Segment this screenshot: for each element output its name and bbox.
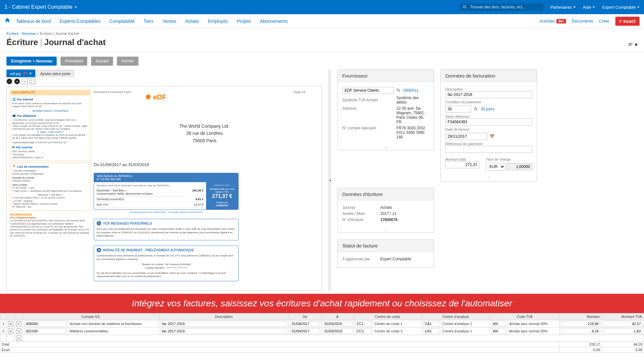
approver-link[interactable]: Expert Comptable: [380, 257, 429, 261]
invoice-messages-box: !VOS MESSAGES PERSONNELS Pour que votre …: [94, 219, 239, 240]
search-input[interactable]: [470, 5, 540, 9]
splitter-handle[interactable]: ◀: [328, 70, 331, 291]
add-row-button[interactable]: +: [16, 336, 21, 341]
invoice-period: Du 01/04/2017 au 31/03/2018: [94, 162, 315, 167]
page-settings-icon[interactable]: ▾: [628, 41, 638, 48]
nav-accounting[interactable]: Comptabilité: [109, 19, 135, 24]
collapse-toggle[interactable]: ⌄: [338, 228, 434, 233]
main-nav: Tableaux de bord Experts-Comptables Comp…: [0, 14, 644, 28]
to-input[interactable]: [323, 321, 352, 327]
description-input[interactable]: [445, 91, 532, 98]
amount-input[interactable]: [561, 328, 600, 334]
cc-input[interactable]: [355, 328, 372, 334]
nav-projects[interactable]: Projets: [237, 19, 251, 24]
fit-width-icon[interactable]: ↔: [22, 79, 28, 84]
document-preview[interactable]: VOS CONTACTS 🌐Par Internet Pour suivre v…: [6, 86, 322, 291]
nav-dashboards[interactable]: Tableaux de bord: [16, 19, 51, 24]
zoom-in-icon[interactable]: +: [14, 79, 20, 84]
doc-toolbar: − + ↔ ⛶: [6, 77, 322, 86]
tva-input[interactable]: [491, 321, 506, 327]
save-button[interactable]: Enregistrer + Nouveau: [6, 57, 57, 66]
promo-banner: Intégrez vos factures, saisissez vos écr…: [0, 294, 644, 313]
prev-button[interactable]: Précédent: [61, 57, 87, 66]
collapse-toggle[interactable]: ⌃: [441, 177, 537, 181]
payment-reference-input[interactable]: [445, 146, 532, 153]
nav-tiers[interactable]: Tiers: [144, 19, 154, 24]
table-row: 2✕+Matières consommablesCentre de coûts …: [0, 328, 644, 335]
panel-title: Données de facturation: [441, 70, 537, 82]
insert-row-button[interactable]: +: [16, 329, 21, 334]
partners-menu[interactable]: Partenaires: [550, 5, 575, 10]
activities-badge: 99+: [556, 19, 566, 23]
nav-create[interactable]: Créer: [599, 19, 610, 23]
insert-row-button[interactable]: +: [16, 321, 21, 326]
panel-title: Statut de facture: [338, 240, 434, 252]
invoice-sidebar: VOS CONTACTS 🌐Par Internet Pour suivre v…: [10, 90, 90, 237]
close-tab-icon[interactable]: ✕: [29, 71, 32, 76]
supplier-name-input[interactable]: [342, 87, 394, 94]
gl-input[interactable]: [24, 328, 67, 334]
nav-documents[interactable]: Documents: [572, 19, 593, 23]
payment-condition-link[interactable]: 30 jours: [481, 107, 495, 111]
chevron-down-icon: [573, 6, 576, 8]
delete-row-button[interactable]: ✕: [8, 321, 13, 326]
topbar: 1 - Cabinet Expert Comptable Partenaires…: [0, 0, 644, 14]
tva-input[interactable]: [491, 328, 506, 334]
home-icon[interactable]: [5, 17, 10, 25]
invoice-payment-box: ●MODALITÉ DE PAIEMENT : PRÉLÈVEMENT AUTO…: [94, 246, 239, 281]
from-input[interactable]: [290, 321, 320, 327]
delete-row-button[interactable]: ✕: [8, 329, 13, 334]
payment-condition-input[interactable]: [445, 106, 471, 113]
add-row: +: [0, 335, 644, 342]
amount-tva-input[interactable]: [603, 328, 642, 334]
gl-input[interactable]: [24, 321, 67, 327]
fullscreen-icon[interactable]: ⛶: [30, 79, 35, 84]
billing-panel: Données de facturation Description Condi…: [440, 70, 537, 181]
attachment-tab-active[interactable]: edf.jpg 📌 ✕: [6, 70, 35, 77]
breadcrumb: Écriture - Nouveau > Écriture | Journal …: [6, 32, 638, 35]
entry-panel: Données d'écriture JournalAchats Année /…: [337, 188, 434, 233]
close-button[interactable]: Fermer: [117, 57, 138, 66]
company-switcher[interactable]: 1 - Cabinet Expert Comptable: [5, 4, 77, 10]
supplier-code-link[interactable]: 0000011: [403, 88, 419, 93]
your-reference-input[interactable]: [445, 118, 532, 125]
collapse-toggle[interactable]: ⌄: [338, 145, 434, 150]
zoom-out-icon[interactable]: −: [6, 79, 12, 84]
pin-icon[interactable]: 📌: [23, 71, 27, 76]
cc-input[interactable]: [355, 321, 372, 327]
panel-title: Données d'écriture: [338, 188, 434, 200]
desc-input[interactable]: [160, 321, 287, 327]
global-search[interactable]: [459, 3, 543, 11]
desc-input[interactable]: [160, 328, 287, 334]
user-menu[interactable]: Expert Comptable: [602, 5, 639, 10]
chevron-down-icon: [637, 6, 639, 8]
amount-tva-input[interactable]: [603, 321, 642, 327]
attachment-column: edf.jpg 📌 ✕ Ajouter pièce jointe − + ↔ ⛶…: [6, 70, 322, 291]
amount-input[interactable]: [561, 321, 600, 327]
from-input[interactable]: [290, 328, 320, 334]
nav-employees[interactable]: Employés: [208, 19, 228, 24]
nav-accountants[interactable]: Experts-Comptables: [60, 19, 100, 24]
ca-input[interactable]: [423, 328, 440, 334]
total-amount-input[interactable]: [445, 161, 479, 168]
nav-purchases[interactable]: Achats: [185, 19, 199, 24]
invoice-date-input[interactable]: [445, 133, 487, 140]
calendar-icon[interactable]: 📅: [490, 134, 495, 139]
table-row: 1✕+Achats non stockés de matières et fou…: [0, 320, 644, 328]
to-input[interactable]: [323, 328, 352, 334]
exchange-rate-input: [507, 163, 532, 170]
next-button[interactable]: Suivant: [91, 57, 113, 66]
nav-activities[interactable]: Activités99+: [539, 19, 566, 23]
add-attachment-tab[interactable]: Ajouter pièce jointe: [37, 70, 74, 77]
edf-logo: eDF: [145, 93, 166, 101]
nav-sales[interactable]: Ventes: [163, 19, 176, 24]
lookup-icon[interactable]: [396, 88, 401, 93]
ca-input[interactable]: [423, 321, 440, 327]
help-menu[interactable]: Aide: [583, 5, 595, 10]
nav-subscriptions[interactable]: Abonnements: [260, 19, 288, 24]
brand-logo: = exact: [615, 17, 639, 26]
breadcrumb-link[interactable]: Écriture - Nouveau: [6, 32, 36, 35]
lookup-icon[interactable]: [474, 107, 478, 111]
page-title: Écriture|Journal d'achat: [6, 37, 638, 47]
currency-select[interactable]: EUR: [486, 163, 505, 171]
